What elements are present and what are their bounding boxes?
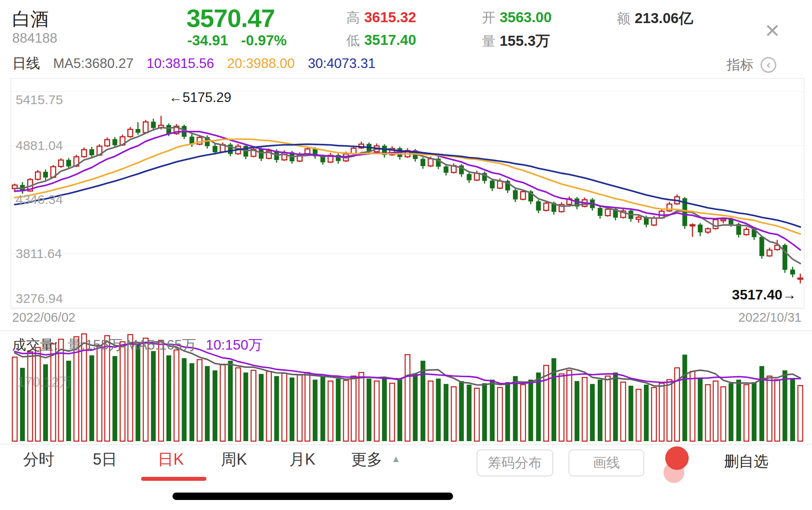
stock-name: 白酒 <box>12 7 49 31</box>
draw-line-button[interactable]: 画线 <box>568 449 644 476</box>
ma20-readout: 20:3988.00 <box>227 56 295 71</box>
tab-minute-chart[interactable]: 分时 <box>23 449 54 470</box>
tab-more[interactable]: 更多 <box>351 449 382 470</box>
tab-5day[interactable]: 5日 <box>93 449 117 470</box>
record-dot-icon <box>665 446 689 470</box>
high-value: 3615.32 <box>364 9 416 26</box>
volume-ma10-readout: 10:150万 <box>206 336 262 355</box>
period-label[interactable]: 日线 <box>12 54 40 73</box>
volume-label: 量 <box>482 32 495 51</box>
y-tick: 3276.94 <box>16 291 63 306</box>
last-price: 3570.47 <box>186 3 275 33</box>
more-arrow-up-icon[interactable]: ▲ <box>391 453 401 465</box>
start-date: 2022/06/02 <box>12 310 75 325</box>
volume-pane-title: 成交量: <box>12 336 58 355</box>
kline-chart-canvas[interactable] <box>0 0 812 510</box>
volume-value: 155.3万 <box>500 31 550 51</box>
record-button[interactable] <box>659 443 696 491</box>
open-label: 开 <box>482 9 495 27</box>
tab-daily-k[interactable]: 日K <box>158 449 184 470</box>
indicator-label[interactable]: 指标 <box>727 56 754 74</box>
amount-value: 213.06亿 <box>635 9 693 28</box>
open-volume-block: 开 3563.00 量 155.3万 <box>482 9 551 51</box>
ma30-readout: 30:4073.31 <box>308 56 376 71</box>
indicator-settings[interactable]: 指标 ‹ <box>727 56 776 74</box>
tab-weekly-k[interactable]: 周K <box>221 449 247 470</box>
amount-block: 额 213.06亿 <box>617 9 693 28</box>
volume-scale-label: 170.12万 <box>17 373 72 391</box>
high-label: 高 <box>346 9 360 27</box>
delete-watchlist-button[interactable]: 删自选 <box>724 452 768 472</box>
volume-readout-row: 成交量: 量:155万 MA5:165万 10:150万 <box>12 336 262 355</box>
open-value: 3563.00 <box>500 9 551 26</box>
low-price-annotation: 3517.40→ <box>680 287 796 303</box>
end-date: 2022/10/31 <box>678 310 802 325</box>
low-value: 3517.40 <box>364 32 416 48</box>
tab-monthly-k[interactable]: 月K <box>289 449 315 470</box>
price-change: -34.91 <box>187 32 228 49</box>
y-tick: 4346.34 <box>16 192 63 207</box>
home-indicator[interactable] <box>173 493 453 500</box>
low-label: 低 <box>346 31 360 50</box>
peak-price-annotation: ←5175.29 <box>169 90 231 105</box>
price-change-row: -34.91 -0.97% <box>187 32 287 49</box>
ma5-readout: MA5:3680.27 <box>53 56 133 71</box>
stock-code: 884188 <box>12 31 57 46</box>
y-tick: 4881.04 <box>16 138 63 153</box>
price-change-pct: -0.97% <box>241 32 287 49</box>
stock-app-window: 白酒 884188 3570.47 -34.91 -0.97% 高 3615.3… <box>0 0 812 510</box>
y-tick: 3811.64 <box>16 246 62 261</box>
active-tab-underline <box>141 477 206 481</box>
high-low-block: 高 3615.32 低 3517.40 <box>346 9 416 50</box>
amount-label: 额 <box>617 10 630 28</box>
close-icon[interactable]: ✕ <box>760 18 785 43</box>
y-tick: 5415.75 <box>16 92 63 107</box>
volume-ma5-readout: 量:155万 MA5:165万 <box>68 336 196 355</box>
ma10-readout: 10:3815.56 <box>146 56 214 71</box>
ma-indicator-row: 日线 MA5:3680.27 10:3815.56 20:3988.00 30:… <box>12 54 376 73</box>
chip-distribution-button[interactable]: 筹码分布 <box>477 449 553 476</box>
chevron-left-circle-icon[interactable]: ‹ <box>761 57 776 73</box>
